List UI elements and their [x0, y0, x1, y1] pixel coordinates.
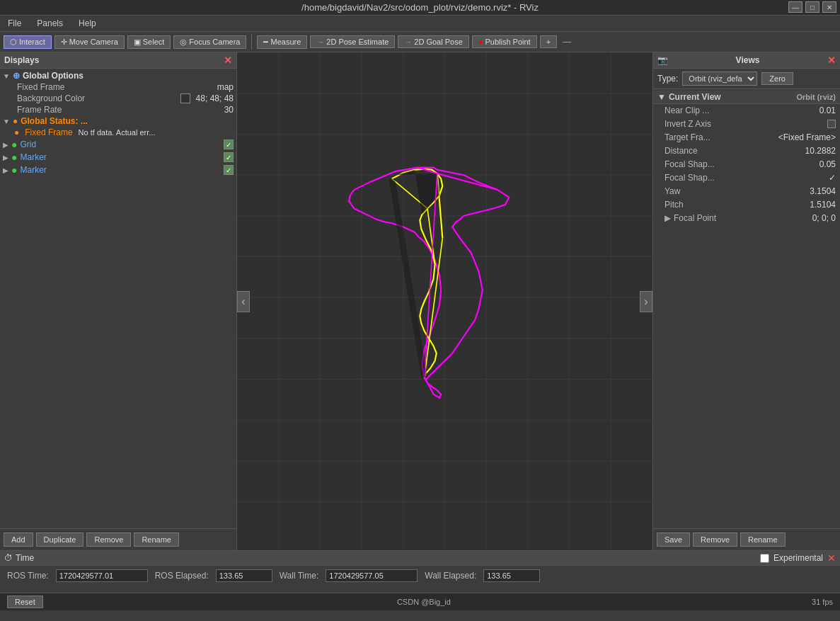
displays-header: Displays ✕	[0, 52, 236, 69]
rename-button[interactable]: Rename	[134, 532, 179, 547]
time-panel: ⏱ Time Experimental ✕ ROS Time: ROS Elap…	[0, 550, 840, 593]
color-swatch[interactable]	[180, 93, 190, 103]
displays-title: Displays	[4, 55, 39, 65]
current-view-label: Current View	[669, 92, 721, 102]
focal-shape-visible-label: Focal Shap...	[664, 173, 829, 183]
background-color-label: Background Color	[3, 93, 178, 103]
pitch-row: Pitch 1.5104	[653, 198, 840, 212]
background-color-value: 48; 48; 48	[196, 93, 234, 103]
cursor-icon: ⬡	[10, 38, 17, 47]
target-frame-value: <Fixed Frame>	[778, 132, 836, 142]
distance-row: Distance 10.2882	[653, 144, 840, 158]
bottom-bar: Reset CSDN @Big_id 31 fps	[0, 593, 840, 610]
target-frame-row: Target Fra... <Fixed Frame>	[653, 131, 840, 144]
reset-button[interactable]: Reset	[7, 596, 43, 608]
fixed-frame-row: Fixed Frame map	[0, 81, 236, 93]
near-clip-value: 0.01	[819, 106, 836, 115]
pitch-value: 1.5104	[810, 200, 836, 210]
3d-viewport[interactable]: ‹ ›	[237, 52, 652, 550]
zero-button[interactable]: Zero	[761, 72, 793, 85]
views-remove-button[interactable]: Remove	[693, 532, 737, 547]
marker1-checkbox[interactable]: ✓	[224, 152, 234, 162]
select-button[interactable]: ▣ Select	[127, 35, 171, 49]
move-camera-icon: ✛	[61, 38, 67, 47]
near-clip-row: Near Clip ... 0.01	[653, 104, 840, 118]
goal-pose-button[interactable]: → 2D Goal Pose	[398, 35, 468, 48]
menu-help[interactable]: Help	[74, 17, 100, 30]
menu-panels[interactable]: Panels	[33, 17, 67, 30]
experimental-label: Experimental	[773, 553, 823, 563]
marker2-checkbox[interactable]: ✓	[224, 165, 234, 175]
interact-button[interactable]: ⬡ Interact	[4, 35, 52, 49]
right-panel: 📷 Views ✕ Type: Orbit (rviz_defa Zero ▼ …	[652, 52, 840, 550]
ros-time-input[interactable]	[56, 569, 148, 582]
pose-estimate-button[interactable]: → 2D Pose Estimate	[310, 35, 395, 48]
scene-svg	[237, 52, 652, 550]
plus-icon: +	[546, 38, 551, 46]
invert-z-checkbox[interactable]	[827, 120, 836, 128]
maximize-button[interactable]: □	[805, 1, 819, 13]
status-icon: ●	[13, 116, 18, 126]
toolbar: ⬡ Interact ✛ Move Camera ▣ Select ◎ Focu…	[0, 32, 840, 52]
menu-file[interactable]: File	[4, 17, 25, 30]
add-button[interactable]: Add	[4, 532, 33, 547]
status-expand-arrow: ▼	[3, 118, 10, 125]
ros-elapsed-input[interactable]	[216, 569, 272, 582]
wall-elapsed-input[interactable]	[483, 569, 540, 582]
views-rename-button[interactable]: Rename	[740, 532, 786, 547]
title-bar: /home/bigdavid/Nav2/src/odom_plot/rviz/d…	[0, 0, 840, 16]
close-button[interactable]: ✕	[822, 1, 836, 13]
fixed-frame-status-row: ● Fixed Frame No tf data. Actual err...	[0, 127, 236, 138]
experimental-checkbox[interactable]	[760, 554, 769, 563]
global-status-section[interactable]: ▼ ● Global Status: ...	[0, 115, 236, 127]
fps-label: 31 fps	[812, 598, 833, 606]
focus-camera-button[interactable]: ◎ Focus Camera	[173, 35, 246, 49]
displays-content: ▼ ⊕ Global Options Fixed Frame map Backg…	[0, 69, 236, 528]
csdn-label: CSDN @Big_id	[397, 598, 451, 606]
fixed-frame-label: Fixed Frame	[3, 82, 214, 92]
global-options-label: Global Options	[23, 71, 84, 81]
remove-button[interactable]: Remove	[86, 532, 131, 547]
grid-checkbox[interactable]: ✓	[224, 139, 234, 149]
center-panel: ‹ ›	[237, 52, 652, 550]
publish-point-button[interactable]: ● Publish Point	[472, 35, 537, 48]
global-options-section[interactable]: ▼ ⊕ Global Options	[0, 70, 236, 81]
time-title: Time	[16, 553, 34, 563]
frame-rate-row: Frame Rate 30	[0, 104, 236, 115]
toolbar-minus: —	[563, 37, 571, 47]
move-camera-button[interactable]: ✛ Move Camera	[54, 35, 125, 49]
duplicate-button[interactable]: Duplicate	[36, 532, 84, 547]
nav-left-arrow[interactable]: ‹	[237, 291, 250, 312]
pitch-label: Pitch	[664, 200, 810, 210]
orbit-label: Orbit (rviz)	[796, 93, 836, 101]
minimize-button[interactable]: —	[788, 1, 802, 13]
invert-z-row: Invert Z Axis	[653, 118, 840, 131]
invert-z-label: Invert Z Axis	[664, 119, 827, 129]
expand-arrow: ▼	[3, 72, 10, 80]
marker2-status-icon: ●	[11, 164, 17, 176]
views-footer: Save Remove Rename	[653, 528, 840, 550]
views-type-row: Type: Orbit (rviz_defa Zero	[653, 69, 840, 89]
ros-elapsed-label: ROS Elapsed:	[155, 571, 209, 581]
focal-shape-size-label: Focal Shap...	[664, 159, 819, 169]
views-close-button[interactable]: ✕	[827, 55, 836, 66]
fixed-frame-status-value: No tf data. Actual err...	[79, 128, 156, 137]
focal-shape-visible-row: Focal Shap... ✓	[653, 171, 840, 185]
views-type-select[interactable]: Orbit (rviz_defa	[682, 72, 757, 86]
pose-icon: →	[316, 38, 324, 46]
displays-close-button[interactable]: ✕	[224, 55, 232, 66]
wall-time-input[interactable]	[326, 569, 418, 582]
marker2-expand: ▶	[3, 166, 8, 174]
time-close-button[interactable]: ✕	[827, 552, 836, 564]
current-view-section: ▼ Current View Orbit (rviz)	[653, 91, 840, 104]
select-icon: ▣	[134, 38, 141, 47]
marker-row-2: ▶ ● Marker ✓	[0, 164, 236, 176]
extra-button[interactable]: +	[540, 35, 557, 48]
nav-right-arrow[interactable]: ›	[640, 291, 652, 312]
views-save-button[interactable]: Save	[657, 532, 690, 547]
yaw-label: Yaw	[664, 186, 810, 196]
target-frame-label: Target Fra...	[664, 132, 778, 142]
focal-point-label: Focal Point	[674, 213, 812, 223]
measure-button[interactable]: ━ Measure	[257, 35, 307, 49]
left-panel: Displays ✕ ▼ ⊕ Global Options Fixed Fram…	[0, 52, 237, 550]
